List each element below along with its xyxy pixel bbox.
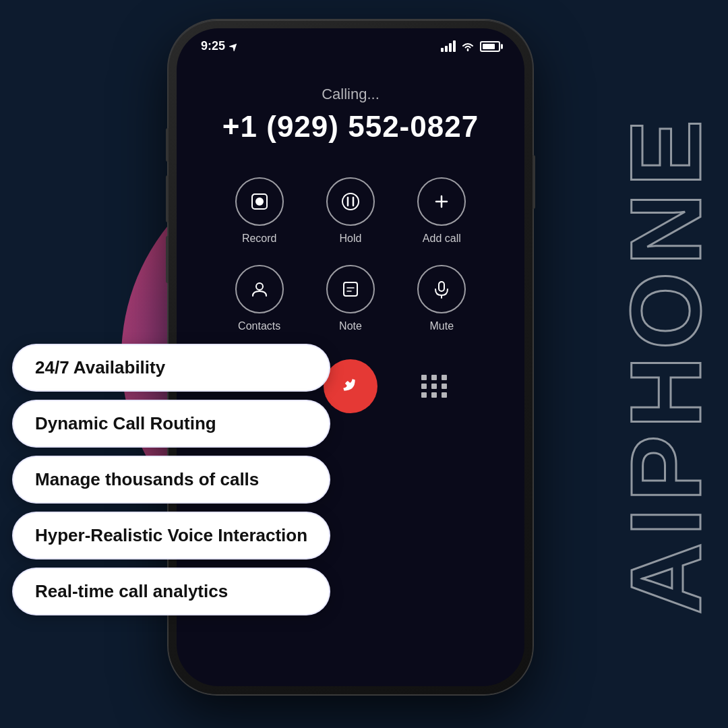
hold-button[interactable]: Hold [308,177,392,245]
mute-icon [417,265,466,313]
svg-rect-8 [344,282,357,296]
add-call-label: Add call [423,233,461,245]
svg-rect-11 [439,282,444,291]
calling-label: Calling... [322,86,380,103]
status-bar: 9:25 [177,28,524,59]
record-button[interactable]: Record [217,177,301,245]
contacts-icon [235,265,284,313]
add-call-button[interactable]: Add call [400,177,484,245]
record-icon [235,177,284,226]
status-icons [441,40,500,52]
brand-text: PHONE [616,113,716,502]
signal-icon [441,40,456,52]
time-display: 9:25 [201,39,225,53]
contacts-button[interactable]: Contacts [217,265,301,332]
status-time: 9:25 [201,39,239,53]
phone-button-power [533,155,535,209]
features-list: 24/7 Availability Dynamic Call Routing M… [12,344,330,615]
feature-pill-3: Hyper-Realistic Voice Interaction [12,512,330,559]
note-button[interactable]: Note [308,265,392,332]
feature-pill-4: Real-time call analytics [12,568,330,615]
navigation-icon [229,42,239,51]
wifi-icon [461,42,475,51]
hold-icon [326,177,375,226]
end-call-icon [338,373,363,399]
note-icon [326,265,375,313]
brand-vertical-text: PHONE AI [616,113,716,615]
phone-button-volume-down [166,236,169,283]
end-call-button[interactable] [324,359,377,413]
record-label: Record [242,233,277,245]
hold-label: Hold [340,233,362,245]
contacts-label: Contacts [238,320,280,332]
svg-point-7 [256,283,263,290]
phone-button-volume-up [166,175,169,222]
feature-pill-1: Dynamic Call Routing [12,400,330,448]
battery-icon [480,41,500,52]
keypad-button[interactable] [421,375,448,398]
mute-button[interactable]: Mute [400,265,484,332]
svg-point-1 [256,198,263,205]
brand-text-2: AI [616,502,716,615]
phone-button-silent [166,128,169,162]
feature-pill-0: 24/7 Availability [12,344,330,392]
call-controls-grid: Record Hold [190,164,511,346]
mute-label: Mute [430,320,454,332]
feature-pill-2: Manage thousands of calls [12,456,330,504]
svg-point-2 [342,193,359,210]
add-call-icon [417,177,466,226]
phone-number-display: +1 (929) 552-0827 [222,110,479,144]
note-label: Note [339,320,362,332]
